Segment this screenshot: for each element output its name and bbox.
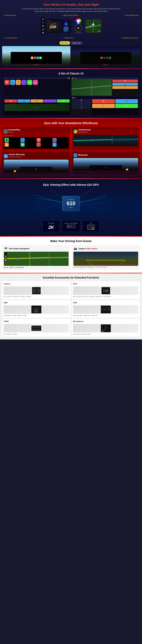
svg-text:36 PSI: 36 PSI [37,329,40,330]
camera-acc-header: Camera [4,283,69,286]
camera-header: 📷 Support AHD Camera [73,246,138,250]
gps-text-2: BDS [11,267,14,268]
svg-point-48 [36,290,36,290]
gps-title: GPS SatNav Navigation [9,248,30,250]
gps-icon-3: 🧭 [5,259,7,262]
statusbar-4: 📶 📷 🔋 [72,97,138,98]
night-app-2: 📞 [103,56,106,59]
app-icon-music: 🎵 [37,56,39,59]
nav-label: Navigation... [86,20,93,22]
apps-1: 🗺 📞 🎵 📺 ⚙ 🏎 [4,79,70,86]
timer-display: 30 [75,24,82,32]
pip-small [92,228,94,230]
gpu-chip-number: 610 [67,200,75,206]
night-screen: 🗺 📞 🎵 ⚙ [80,52,131,64]
2k-feature-box: 2K Video 2K [43,220,60,232]
side-item-2: 📺 [72,102,91,104]
android-auto-type: Wireless/Wired [78,132,91,133]
ui-mock-4: 📶 📷 🔋 🏠 📺 ⚙ 🔊 🗺 📞 🎵 ⚙ [72,97,138,115]
side-item-3: ⚙ [72,104,91,106]
bt-display: 📱 [90,165,122,170]
accessories-title: Essential Accessories for Extended Funct… [2,276,140,279]
svg-text:36 PSI: 36 PSI [33,327,36,328]
app-3: 🎵 [16,80,21,85]
tpms-header: TPMS [4,320,69,323]
svg-line-26 [78,195,106,204]
svg-point-69 [109,309,109,310]
app-3-1: 🏠 [5,100,17,102]
classic-ui-1: 12:00 📶 🔋 🗺 📞 🎵 📺 ⚙ 🏎 [4,77,70,96]
svg-rect-61 [37,311,38,312]
qb-speed: 🏎 [42,18,44,20]
nav-btn-2: 🗺 [112,80,138,82]
dab-img: DAB+ [73,305,138,314]
classic-ui-section: 6 Set of Classic UI 12:00 📶 🔋 🗺 📞 🎵 📺 ⚙ … [0,69,142,118]
day-apps: 🗺 📞 🎵 ⚙ [30,56,43,60]
music-source-panel: sic 🔵 🎵 [61,20,71,32]
camera-acc-caption: Buy CAM1080 / CAM005 / CAM009S / CAM018 [4,296,69,298]
classic-ui-2: 📶 12:00 🔋 🗺 📞 🎵 [72,77,138,96]
svg-point-17 [92,140,93,141]
hero-title: Your Perfect UI Awaits, Day and Night [2,3,140,6]
android-auto-header: A Android Auto Wireless/Wired [73,128,138,134]
hero-ui-mockup: 🏎 📞 🗺 ⊞ 🖼 Speed 120 sic 🔵 [2,17,140,35]
gpu-visual: Adreno 610 GPU [36,189,106,218]
dab-svg: DAB+ [101,306,111,313]
side-item-1: 🏠 [72,99,91,101]
screen-mirroring-header: 🖥 Screen Mirroring Wireless Connection [4,153,69,159]
speed-limit: 100 [98,30,100,32]
music-btn-2: 🎵 [112,86,138,89]
accessory-dvr: DVR Buy DVR025S / DVR027S / DVR028S / DV… [72,281,140,299]
tpms-img: 36 PSI 36 PSI 36 PSI 36 PSI [4,324,69,332]
split-screen-label: Split-screen Mode [65,222,77,224]
carplay-svg [4,130,7,133]
bluetooth-header: 🔵 Bluetooth [73,153,138,157]
cp-app-4: 📞 [52,138,57,142]
night-mode-button[interactable]: Night mode [71,41,82,45]
sidebar-4: 🏠 📺 ⚙ 🔊 [72,98,92,115]
day-mode-button[interactable]: Day mode [60,41,70,45]
classic-ui-title: 6 Set of Classic UI [2,72,140,75]
accessories-section: Essential Accessories for Extended Funct… [0,273,142,340]
phone-btn-2: 📞 [112,83,138,86]
camera-title: Support AHD Camera [79,248,97,250]
nav-shortcut-annotation: ✦ Navigation apps shortcut [121,37,138,39]
speed-value: 120 [50,25,56,29]
color-selector[interactable] [75,18,81,24]
hero-section: Your Perfect UI Awaits, Day and Night Cu… [0,0,142,68]
split-screen-icon: 🖼 🎵 [65,225,77,228]
gps-dot-2 [10,267,11,268]
carplay-box: CarAutoPlay Wireless Play some music: 📱 … [2,127,70,150]
gps-header: 🗺 GPS SatNav Navigation [4,246,69,250]
night-mode-screenshot: 🗺 📞 🎵 ⚙ XTRONS [72,46,140,66]
qb-apps: ⊞ [42,28,44,31]
carplay-subtitle: Play some music: [4,135,69,136]
mic-caption: Buy MIC001 / MIC002 / MIC003 [73,333,138,335]
driving-section: Make Your Driving Even Easier 🗺 GPS SatN… [0,237,142,273]
screen-mirroring-title-group: Screen Mirroring Wireless Connection [9,153,25,159]
cp-app-7: 📷 [37,142,41,147]
sync-title: Sync with Your Smartphone Effortlessly [2,122,140,125]
status-text-4: 📶 📷 🔋 [72,97,76,98]
qb-nav: 🗺 [42,24,44,27]
gps-icon-1: 🗺 [5,252,7,255]
gps-map-svg [4,252,69,266]
dab-header: DAB [73,302,138,304]
mirror-phone-icon: 📱 [35,168,38,170]
obd-caption: Buy OBD01S / OBD02 / OBD03 / OBD04 [4,315,69,316]
camera-caption: Buy CAM1080(AHD) / CAM006(AHD) / CAM005 … [73,266,138,268]
main-4: 🗺 📞 🎵 ⚙ [92,98,138,115]
obd-img: OBD [4,305,69,314]
carplay-name: CarAutoPlay [8,128,20,131]
night-app-4: ⚙ [109,56,111,59]
mic-svg [101,324,111,332]
ui-4-layout: 🏠 📺 ⚙ 🔊 🗺 📞 🎵 ⚙ [72,98,138,115]
statusbar-2: 📶 12:00 🔋 [72,77,138,79]
not-playing-text: Not Playing [75,32,81,34]
hero-description: Customise your launcher with the new dra… [21,8,121,12]
daynight-toggle: Day mode Night mode [2,41,140,45]
camera-acc-svg [32,287,41,294]
qb-phone: 📞 [42,21,44,24]
cp-app-5: 📅 [5,142,9,147]
ui-mock-2: 📶 12:00 🔋 🗺 📞 🎵 [72,77,138,96]
